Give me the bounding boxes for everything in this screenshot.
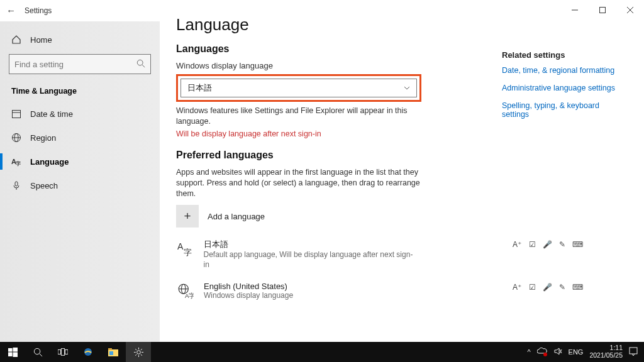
sidebar: Home Time & Language Date & time Region …: [0, 21, 160, 342]
language-name: 日本語: [204, 239, 416, 250]
sidebar-item-label: Date & time: [30, 109, 73, 119]
home-icon: [11, 35, 21, 45]
svg-line-25: [39, 353, 42, 356]
svg-text:A: A: [177, 242, 184, 252]
svg-rect-44: [630, 348, 637, 354]
svg-text:字: 字: [184, 248, 192, 256]
sidebar-item-language[interactable]: A字 Language: [0, 150, 160, 173]
related-link-regional[interactable]: Date, time, & regional formatting: [502, 66, 628, 75]
keyboard-icon: ⌨: [573, 240, 582, 249]
related-title: Related settings: [502, 50, 628, 60]
tts-icon: A⁺: [513, 240, 521, 249]
sidebar-item-label: Language: [30, 157, 69, 167]
svg-rect-23: [13, 352, 18, 357]
search-icon: [136, 59, 145, 70]
svg-line-39: [140, 354, 142, 355]
speech-icon: 🎤: [543, 283, 552, 292]
annotation-highlight: 日本語: [176, 74, 421, 102]
plus-icon: +: [176, 205, 199, 228]
tts-icon: A⁺: [513, 283, 521, 292]
volume-icon[interactable]: [553, 347, 562, 357]
svg-rect-27: [61, 349, 64, 356]
svg-line-40: [135, 354, 136, 355]
sidebar-section-title: Time & Language: [0, 79, 160, 102]
window-header: ← Settings: [6, 5, 52, 16]
svg-rect-6: [13, 111, 21, 118]
svg-rect-31: [108, 348, 112, 350]
display-language-dropdown[interactable]: 日本語: [180, 79, 417, 97]
sidebar-home[interactable]: Home: [0, 28, 160, 52]
related-link-typing[interactable]: Spelling, typing, & keyboard settings: [502, 101, 628, 119]
app-title: Settings: [25, 6, 52, 15]
sidebar-item-datetime[interactable]: Date & time: [0, 102, 160, 126]
task-view-button[interactable]: [50, 342, 75, 362]
onedrive-icon[interactable]: [537, 348, 547, 356]
sidebar-home-label: Home: [30, 35, 52, 45]
sidebar-item-label: Region: [30, 133, 56, 143]
main-content: Language Languages Windows display langu…: [160, 0, 644, 342]
language-subtext: Windows display language: [204, 291, 293, 301]
svg-rect-22: [8, 352, 13, 356]
handwriting-icon: ✎: [558, 283, 567, 292]
taskbar-app-ie[interactable]: [75, 342, 101, 362]
display-icon: ☑: [528, 283, 536, 292]
taskbar: ^ ENG 1:11 2021/05/25: [0, 342, 644, 362]
taskbar-search-button[interactable]: [25, 342, 50, 362]
svg-line-5: [142, 65, 145, 67]
svg-rect-21: [13, 348, 18, 352]
add-language-button[interactable]: + Add a language: [176, 205, 628, 228]
taskbar-right: ^ ENG 1:11 2021/05/25: [527, 344, 644, 359]
page-title: Language: [176, 15, 628, 35]
ime-indicator[interactable]: ENG: [569, 348, 584, 356]
svg-rect-13: [15, 182, 18, 186]
handwriting-icon: ✎: [558, 240, 567, 249]
taskbar-app-settings[interactable]: [126, 342, 151, 362]
svg-point-24: [34, 348, 40, 354]
start-button[interactable]: [0, 342, 25, 362]
svg-rect-20: [8, 348, 13, 351]
globe-icon: [11, 133, 21, 143]
svg-rect-28: [65, 349, 68, 354]
taskbar-app-explorer[interactable]: [101, 342, 126, 362]
sidebar-item-region[interactable]: Region: [0, 126, 160, 150]
related-link-admin[interactable]: Administrative language settings: [502, 84, 628, 92]
sidebar-item-speech[interactable]: Speech: [0, 173, 160, 197]
language-feature-icons: A⁺ ☑ 🎤 ✎ ⌨: [513, 240, 582, 249]
language-subtext: Default app language, Will be display la…: [204, 250, 416, 270]
settings-window: ← Settings Home Time & Language Date & t…: [0, 0, 644, 342]
notifications-icon[interactable]: [629, 347, 638, 357]
svg-text:A字: A字: [185, 292, 194, 299]
sidebar-search[interactable]: [9, 54, 151, 74]
sidebar-item-label: Speech: [30, 181, 58, 190]
chevron-down-icon: [404, 84, 410, 93]
language-feature-icons: A⁺ ☑ 🎤 ✎ ⌨: [513, 283, 582, 292]
keyboard-icon: ⌨: [573, 283, 582, 292]
language-item-english[interactable]: A字 English (United States) Windows displ…: [176, 282, 415, 301]
display-language-helper: Windows features like Settings and File …: [176, 106, 415, 127]
svg-point-33: [136, 350, 140, 354]
calendar-icon: [11, 109, 21, 119]
display-language-value: 日本語: [187, 82, 212, 94]
svg-line-41: [140, 349, 142, 350]
taskbar-clock[interactable]: 1:11 2021/05/25: [589, 344, 623, 359]
related-settings: Related settings Date, time, & regional …: [502, 50, 628, 128]
language-item-japanese[interactable]: A字 日本語 Default app language, Will be dis…: [176, 239, 415, 270]
language-icon: A字: [11, 156, 21, 167]
taskbar-date: 2021/05/25: [589, 352, 623, 359]
preferred-helper: Apps and websites will appear in the fir…: [176, 167, 428, 199]
section-preferred: Preferred languages: [176, 150, 628, 161]
svg-rect-32: [109, 351, 113, 355]
language-glyph-globe-icon: A字: [176, 282, 195, 300]
speech-icon: 🎤: [543, 240, 552, 249]
language-name: English (United States): [204, 282, 293, 291]
back-icon[interactable]: ←: [6, 5, 16, 16]
add-language-label: Add a language: [208, 212, 265, 221]
search-input[interactable]: [14, 60, 128, 69]
display-icon: ☑: [528, 240, 536, 249]
microphone-icon: [11, 180, 21, 190]
taskbar-left: [0, 342, 151, 362]
display-language-warning: Will be display language after next sign…: [176, 129, 628, 138]
svg-line-38: [135, 349, 136, 350]
language-glyph-icon: A字: [176, 239, 195, 258]
tray-chevron-icon[interactable]: ^: [527, 348, 530, 356]
